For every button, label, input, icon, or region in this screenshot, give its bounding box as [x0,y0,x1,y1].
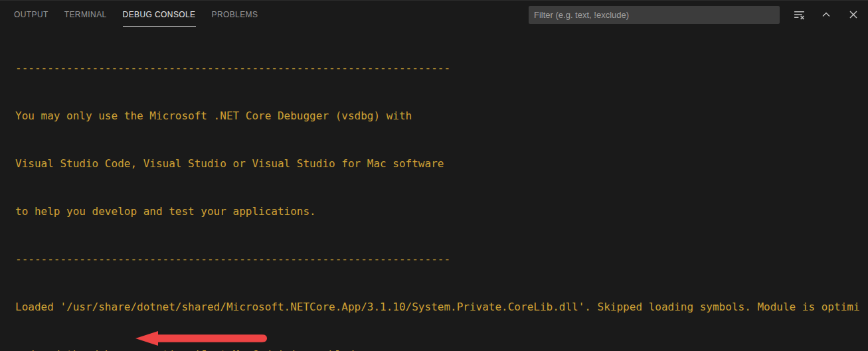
chevron-up-icon [821,9,831,20]
tab-debug-console[interactable]: DEBUG CONSOLE [123,1,196,29]
clear-console-icon [794,9,805,21]
maximize-panel-button[interactable] [818,7,834,23]
filter-input[interactable] [529,6,780,24]
console-line: You may only use the Microsoft .NET Core… [15,108,868,124]
close-icon [848,9,859,20]
console-line-divider: ----------------------------------------… [15,251,868,267]
tab-output[interactable]: OUTPUT [14,1,48,29]
tab-terminal[interactable]: TERMINAL [64,1,107,29]
close-panel-button[interactable] [845,7,861,23]
debug-console-panel: OUTPUT TERMINAL DEBUG CONSOLE PROBLEMS [0,0,868,351]
annotation-arrow-icon [94,314,276,351]
console-line: Loaded '/usr/share/dotnet/shared/Microso… [15,299,868,315]
console-line: Visual Studio Code, Visual Studio or Vis… [15,156,868,172]
console-line-divider: ----------------------------------------… [15,60,868,76]
console-output[interactable]: ----------------------------------------… [0,29,868,351]
tab-problems[interactable]: PROBLEMS [212,1,258,29]
clear-console-button[interactable] [791,7,807,23]
console-line: to help you develop and test your applic… [15,204,868,220]
panel-header: OUTPUT TERMINAL DEBUG CONSOLE PROBLEMS [0,1,868,29]
